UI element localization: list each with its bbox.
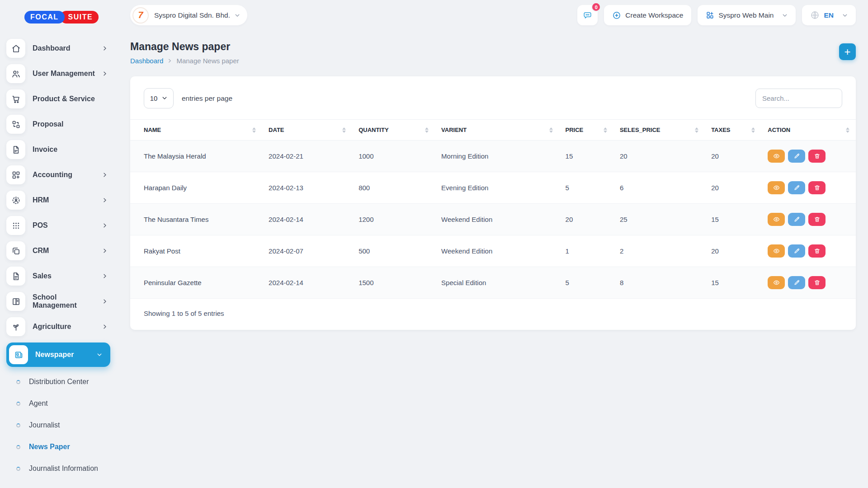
sort-icon <box>342 127 346 133</box>
column-header-seles-price[interactable]: SELES_PRICE <box>613 120 705 141</box>
sidebar-item-sales[interactable]: Sales <box>6 267 110 286</box>
table-controls: 10 entries per page <box>130 88 856 108</box>
bullet-icon <box>16 467 20 471</box>
column-header-name[interactable]: NAME <box>130 120 262 141</box>
cell-quantity: 800 <box>352 172 435 204</box>
language-code: EN <box>824 11 834 19</box>
edit-button[interactable] <box>788 150 805 163</box>
chat-bubble-icon <box>583 10 593 20</box>
delete-button[interactable] <box>808 181 826 194</box>
column-header-varient[interactable]: VARIENT <box>435 120 559 141</box>
search-input[interactable] <box>755 89 842 108</box>
sidebar-item-invoice[interactable]: Invoice <box>6 140 110 159</box>
edit-button[interactable] <box>788 244 805 258</box>
edit-button[interactable] <box>788 276 805 289</box>
company-selector[interactable]: 7 Syspro Digital Sdn. Bhd. <box>130 5 247 25</box>
sidebar-item-school-management[interactable]: School Management <box>6 292 110 311</box>
edit-button[interactable] <box>788 213 805 226</box>
sidebar-item-newspaper[interactable]: Newspaper <box>6 343 110 367</box>
cell-seles-price: 20 <box>613 141 705 172</box>
sidebar-item-hrm[interactable]: HRM <box>6 191 110 210</box>
cell-name: Peninsular Gazette <box>130 267 262 299</box>
sidebar-item-dashboard[interactable]: Dashboard <box>6 39 110 58</box>
cell-taxes: 15 <box>705 267 761 299</box>
submenu-item-agent[interactable]: Agent <box>16 397 110 410</box>
messages-button[interactable]: 0 <box>577 5 598 25</box>
view-button[interactable] <box>768 276 785 289</box>
company-name: Syspro Digital Sdn. Bhd. <box>154 11 230 19</box>
cell-actions <box>761 267 856 299</box>
sidebar-item-label: School Management <box>33 293 102 310</box>
sidebar-item-agriculture[interactable]: Agriculture <box>6 317 110 336</box>
users-icon <box>6 64 25 83</box>
delete-button[interactable] <box>808 276 826 289</box>
cart-icon <box>6 89 25 108</box>
sidebar-item-accounting[interactable]: Accounting <box>6 165 110 184</box>
bullet-icon <box>16 423 20 427</box>
cell-date: 2024-02-21 <box>262 141 352 172</box>
cell-taxes: 20 <box>705 235 761 267</box>
row-actions <box>768 276 849 289</box>
topbar-right: 0 Create Workspace Syspro Web Main EN <box>577 5 856 25</box>
sidebar-item-user-management[interactable]: User Management <box>6 64 110 83</box>
view-button[interactable] <box>768 213 785 226</box>
sidebar-item-proposal[interactable]: Proposal <box>6 115 110 134</box>
cell-actions <box>761 204 856 235</box>
page-head: Manage News paper Dashboard Manage News … <box>130 41 856 65</box>
table-row: Rakyat Post 2024-02-07 500 Weekend Editi… <box>130 235 856 267</box>
add-newspaper-button[interactable]: + <box>839 43 856 60</box>
workspace-switcher[interactable]: Syspro Web Main <box>698 5 796 25</box>
table-row: The Nusantara Times 2024-02-14 1200 Week… <box>130 204 856 235</box>
bullet-icon <box>16 380 20 384</box>
breadcrumb-dashboard-link[interactable]: Dashboard <box>130 57 163 65</box>
workspace-grid-icon <box>706 11 714 19</box>
view-button[interactable] <box>768 244 785 258</box>
submenu-item-journalist-information[interactable]: Journalist Information <box>16 462 110 475</box>
chevron-down-icon <box>842 13 848 18</box>
sidebar-item-label: Accounting <box>33 171 72 179</box>
sort-icon <box>425 127 429 133</box>
newspaper-table-card: 10 entries per page NAME DATE QUANTITY V… <box>130 76 856 330</box>
submenu-item-journalist[interactable]: Journalist <box>16 418 110 432</box>
cell-name: The Nusantara Times <box>130 204 262 235</box>
language-selector[interactable]: EN <box>802 5 856 25</box>
view-button[interactable] <box>768 181 785 194</box>
edit-button[interactable] <box>788 181 805 194</box>
column-header-taxes[interactable]: TAXES <box>705 120 761 141</box>
column-header-quantity[interactable]: QUANTITY <box>352 120 435 141</box>
submenu-item-news-paper[interactable]: News Paper <box>16 440 110 454</box>
sidebar-item-product-service[interactable]: Product & Service <box>6 89 110 108</box>
sidebar-item-crm[interactable]: CRM <box>6 241 110 260</box>
sidebar-item-label: Sales <box>33 272 52 280</box>
chevron-right-icon <box>102 273 108 279</box>
delete-button[interactable] <box>808 150 826 163</box>
submenu-item-label: News Paper <box>29 443 70 451</box>
delete-button[interactable] <box>808 213 826 226</box>
view-button[interactable] <box>768 150 785 163</box>
table-row: The Malaysia Herald 2024-02-21 1000 Morn… <box>130 141 856 172</box>
create-workspace-button[interactable]: Create Workspace <box>604 5 691 25</box>
sidebar-item-label: Proposal <box>33 120 63 128</box>
delete-button[interactable] <box>808 244 826 258</box>
focal-suite-logo[interactable]: FOCAL SUITE <box>24 11 110 23</box>
cell-varient: Special Edition <box>435 267 559 299</box>
cell-price: 5 <box>559 267 613 299</box>
cell-actions <box>761 172 856 204</box>
sidebar: FOCAL SUITE Dashboard User Management Pr… <box>0 0 117 488</box>
entries-per-page-select[interactable]: 10 <box>144 88 174 108</box>
sidebar-item-pos[interactable]: POS <box>6 216 110 235</box>
column-header-action[interactable]: ACTION <box>761 120 856 141</box>
sidebar-item-label: CRM <box>33 247 49 255</box>
newspaper-icon <box>9 345 28 364</box>
row-actions <box>768 150 849 163</box>
cell-price: 1 <box>559 235 613 267</box>
chevron-right-icon <box>102 223 108 228</box>
logo-suite: SUITE <box>60 11 99 23</box>
column-header-date[interactable]: DATE <box>262 120 352 141</box>
cell-taxes: 20 <box>705 141 761 172</box>
column-header-price[interactable]: PRICE <box>559 120 613 141</box>
submenu-item-distribution-center[interactable]: Distribution Center <box>16 375 110 389</box>
cell-seles-price: 8 <box>613 267 705 299</box>
table-row: Peninsular Gazette 2024-02-14 1500 Speci… <box>130 267 856 299</box>
dots-grid-icon <box>6 216 25 235</box>
